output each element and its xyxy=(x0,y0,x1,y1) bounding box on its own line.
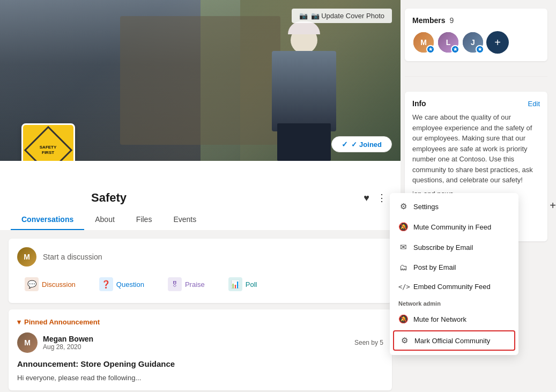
subscribe-email-label: Subscribe by Email xyxy=(413,243,473,252)
pinned-header[interactable]: ▾ Pinned Announcement xyxy=(17,318,383,326)
update-cover-label: 📷 Update Cover Photo xyxy=(311,12,384,20)
member-avatar-2[interactable]: L ★ xyxy=(437,31,459,54)
dropdown-menu: ⚙ Settings 🔕 Mute Community in Feed ✉ Su… xyxy=(390,193,518,355)
right-sidebar: Members 9 M ★ L ★ J ★ + xyxy=(401,0,556,392)
discussion-button[interactable]: 💬 Discussion xyxy=(17,274,83,294)
embed-icon: </> xyxy=(398,283,408,291)
dropdown-mute-network[interactable]: 🔕 Mute for Network xyxy=(390,309,518,329)
pinned-announcement-section: ▾ Pinned Announcement M Megan Bowen Aug … xyxy=(9,309,392,390)
question-icon: ❓ xyxy=(99,277,113,291)
tab-events[interactable]: Events xyxy=(162,210,207,230)
dropdown-subscribe-email[interactable]: ✉ Subscribe by Email xyxy=(390,237,518,257)
members-avatars: M ★ L ★ J ★ + xyxy=(412,31,540,54)
members-section: Members 9 M ★ L ★ J ★ + xyxy=(405,9,547,61)
pinned-post: M Megan Bowen Aug 28, 2020 Seen by 5 Ann… xyxy=(17,332,383,382)
pinned-label: Pinned Announcement xyxy=(24,318,100,326)
seen-by: Seen by 5 xyxy=(354,339,383,346)
content-area: M Start a discussion 💬 Discussion ❓ Ques… xyxy=(0,230,401,392)
expand-sidebar-button[interactable]: + xyxy=(550,199,556,212)
poll-icon: 📊 xyxy=(228,277,242,291)
author-name: Megan Bowen xyxy=(43,335,93,343)
camera-icon: 📷 xyxy=(299,12,308,20)
info-label: Info xyxy=(412,99,426,108)
member1-badge: ★ xyxy=(426,45,435,54)
current-user-avatar: M xyxy=(17,247,36,267)
poll-label: Poll xyxy=(246,280,257,289)
heart-button[interactable]: ♥ xyxy=(364,193,369,204)
member2-initial: L xyxy=(446,38,451,47)
official-icon: ⚙ xyxy=(399,336,409,345)
add-member-button[interactable]: + xyxy=(486,31,509,54)
member3-initial: J xyxy=(471,38,475,47)
update-cover-button[interactable]: 📷 📷 Update Cover Photo xyxy=(292,9,392,23)
member-avatar-1[interactable]: M ★ xyxy=(412,31,435,54)
member1-initial: M xyxy=(420,38,427,47)
settings-label: Settings xyxy=(413,203,439,211)
author-avatar: M xyxy=(17,332,38,353)
community-logo: SAFETY FIRST xyxy=(21,123,75,161)
community-nav: Conversations About Files Events xyxy=(11,209,390,230)
logo-text-line1: SAFETY xyxy=(40,145,57,150)
praise-label: Praise xyxy=(185,280,205,289)
cover-photo: SAFETY FIRST 📷 📷 Update Cover Photo ✓ ✓ … xyxy=(0,0,401,161)
sidebar-divider-1 xyxy=(405,76,547,77)
info-text: We care about the quality of our employe… xyxy=(412,112,540,186)
mute-community-label: Mute Community in Feed xyxy=(413,223,491,231)
post-title[interactable]: Announcement: Store Opening Guidance xyxy=(17,359,383,368)
title-actions: ♥ ⋮ xyxy=(364,191,390,205)
dropdown-embed-feed[interactable]: </> Embed Community Feed xyxy=(390,277,518,296)
question-label: Question xyxy=(116,280,144,289)
start-discussion-placeholder[interactable]: Start a discussion xyxy=(43,253,102,261)
chevron-down-icon: ▾ xyxy=(17,318,21,326)
community-title: Safety xyxy=(91,191,127,205)
gear-icon: ⚙ xyxy=(398,202,408,211)
start-discussion-box: M Start a discussion 💬 Discussion ❓ Ques… xyxy=(9,239,392,303)
post-date: Aug 28, 2020 xyxy=(43,343,93,351)
members-count: 9 xyxy=(449,16,454,25)
author-info: Megan Bowen Aug 28, 2020 xyxy=(43,335,93,351)
community-header: Safety ♥ ⋮ Conversations About Files Eve… xyxy=(0,161,401,230)
member3-badge: ★ xyxy=(476,45,484,54)
post-email-label: Post by Email xyxy=(413,263,456,271)
bg-box xyxy=(120,16,280,145)
post-preview: Hi everyone, please read the following..… xyxy=(17,374,383,382)
praise-button[interactable]: 🎖 Praise xyxy=(160,274,212,294)
discussion-label: Discussion xyxy=(42,280,76,289)
members-label: Members xyxy=(412,16,445,25)
network-admin-divider: Network admin xyxy=(390,296,518,309)
member-avatar-3[interactable]: J ★ xyxy=(462,31,484,54)
tab-conversations[interactable]: Conversations xyxy=(11,210,84,230)
dropdown-mute-community[interactable]: 🔕 Mute Community in Feed xyxy=(390,217,518,237)
embed-feed-label: Embed Community Feed xyxy=(413,283,491,291)
edit-link[interactable]: Edit xyxy=(528,100,540,108)
tab-files[interactable]: Files xyxy=(125,210,163,230)
more-options-button[interactable]: ⋮ xyxy=(374,191,390,205)
dropdown-mark-official[interactable]: ⚙ Mark Official Community xyxy=(393,330,515,351)
discussion-icon: 💬 xyxy=(25,277,39,291)
mute-icon: 🔕 xyxy=(398,222,408,232)
email-icon: ✉ xyxy=(398,242,408,252)
joined-label: ✓ Joined xyxy=(351,140,382,149)
member2-badge: ★ xyxy=(451,45,459,54)
post-email-icon: 🗂 xyxy=(398,263,408,272)
praise-icon: 🎖 xyxy=(168,277,182,291)
tab-about[interactable]: About xyxy=(84,210,125,230)
dropdown-post-email[interactable]: 🗂 Post by Email xyxy=(390,257,518,277)
mark-official-label: Mark Official Community xyxy=(414,337,490,345)
joined-button[interactable]: ✓ ✓ Joined xyxy=(331,136,392,152)
dropdown-settings[interactable]: ⚙ Settings xyxy=(390,196,518,217)
post-type-buttons: 💬 Discussion ❓ Question 🎖 Praise 📊 Poll xyxy=(17,274,383,294)
poll-button[interactable]: 📊 Poll xyxy=(221,274,265,294)
mute-network-icon: 🔕 xyxy=(398,314,408,324)
mute-network-label: Mute for Network xyxy=(413,315,466,323)
question-button[interactable]: ❓ Question xyxy=(92,274,152,294)
check-icon: ✓ xyxy=(342,140,348,149)
logo-text-line2: FIRST xyxy=(42,150,54,155)
